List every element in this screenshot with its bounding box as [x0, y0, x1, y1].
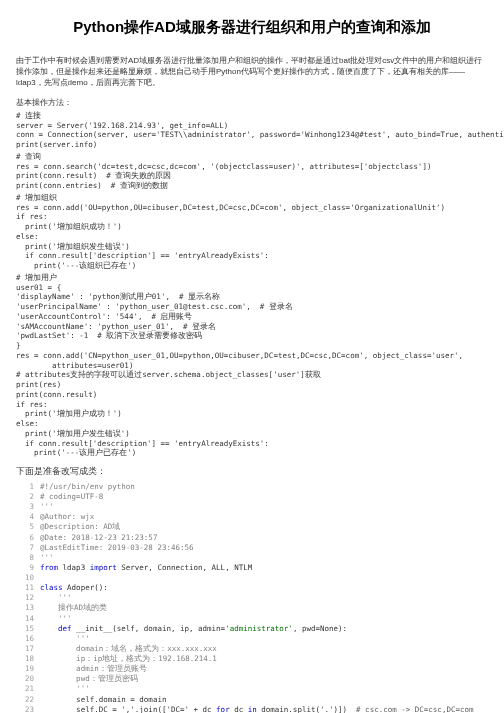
code-line: 6@Date: 2018-12-23 21:23:57: [16, 533, 488, 543]
code-line: 5@Description: AD域: [16, 522, 488, 532]
code-line: 13 操作AD域的类: [16, 603, 488, 613]
line-number: 16: [16, 634, 40, 644]
code-line: 2# coding=UTF-8: [16, 492, 488, 502]
line-number: 13: [16, 603, 40, 613]
line-number: 7: [16, 543, 40, 553]
line-number: 6: [16, 533, 40, 543]
code-line: 21 ''': [16, 684, 488, 694]
code-content: ''': [40, 614, 72, 624]
code-content: @Description: AD域: [40, 522, 120, 532]
code-line: 20 pwd：管理员密码: [16, 674, 488, 684]
code-content: #!/usr/bin/env python: [40, 482, 135, 492]
code-line: 12 ''': [16, 593, 488, 603]
code-line: 7@LastEditTime: 2019-03-28 23:46:56: [16, 543, 488, 553]
line-number: 4: [16, 512, 40, 522]
line-number: 12: [16, 593, 40, 603]
line-number: 20: [16, 674, 40, 684]
code-content: 操作AD域的类: [40, 603, 107, 613]
code-content: ''': [40, 593, 72, 603]
line-number: 3: [16, 502, 40, 512]
code-line: 17 domain：域名，格式为：xxx.xxx.xxx: [16, 644, 488, 654]
sub-heading: 下面是准备改写成类：: [16, 466, 488, 478]
code-content: @Author: wjx: [40, 512, 94, 522]
code-content: from ldap3 import Server, Connection, AL…: [40, 563, 252, 573]
code-content: @LastEditTime: 2019-03-28 23:46:56: [40, 543, 194, 553]
code-content: def __init__(self, domain, ip, admin='ad…: [40, 624, 347, 634]
code-content: @Date: 2018-12-23 21:23:57: [40, 533, 157, 543]
code-line: 1#!/usr/bin/env python: [16, 482, 488, 492]
code-line: 14 ''': [16, 614, 488, 624]
line-number: 11: [16, 583, 40, 593]
line-number: 14: [16, 614, 40, 624]
code-line: 15 def __init__(self, domain, ip, admin=…: [16, 624, 488, 634]
line-number: 9: [16, 563, 40, 573]
code-content: ip：ip地址，格式为：192.168.214.1: [40, 654, 217, 664]
line-number: 2: [16, 492, 40, 502]
query-block: # 查询 res = conn.search('dc=test,dc=csc,d…: [16, 152, 488, 191]
addorg-block: # 增加组织 res = conn.add('OU=python,OU=cibu…: [16, 193, 488, 271]
line-number: 22: [16, 695, 40, 705]
line-number: 10: [16, 573, 40, 583]
code-content: class Adoper():: [40, 583, 108, 593]
code-line: 23 self.DC = ','.join(['DC=' + dc for dc…: [16, 705, 488, 713]
connect-block: # 连接 server = Server('192.168.214.93', g…: [16, 111, 488, 150]
code-content: admin：管理员账号: [40, 664, 147, 674]
code-editor: 1#!/usr/bin/env python2# coding=UTF-83''…: [16, 482, 488, 713]
code-content: pwd：管理员密码: [40, 674, 138, 684]
code-content: ''': [40, 502, 54, 512]
code-line: 9from ldap3 import Server, Connection, A…: [16, 563, 488, 573]
code-content: # coding=UTF-8: [40, 492, 103, 502]
page-title: Python操作AD域服务器进行组织和用户的查询和添加: [16, 16, 488, 37]
code-line: 8''': [16, 553, 488, 563]
code-line: 18 ip：ip地址，格式为：192.168.214.1: [16, 654, 488, 664]
code-content: ''': [40, 553, 54, 563]
code-line: 16 ''': [16, 634, 488, 644]
basic-method-label: 基本操作方法：: [16, 97, 488, 108]
code-line: 10: [16, 573, 488, 583]
code-content: self.domain = domain: [40, 695, 166, 705]
line-number: 5: [16, 522, 40, 532]
code-line: 22 self.domain = domain: [16, 695, 488, 705]
intro-text: 由于工作中有时候会遇到需要对AD域服务器进行批量添加用户和组织的操作，平时都是通…: [16, 55, 488, 89]
code-line: 4@Author: wjx: [16, 512, 488, 522]
line-number: 21: [16, 684, 40, 694]
code-line: 19 admin：管理员账号: [16, 664, 488, 674]
line-number: 17: [16, 644, 40, 654]
line-number: 19: [16, 664, 40, 674]
code-content: self.DC = ','.join(['DC=' + dc for dc in…: [40, 705, 474, 713]
line-number: 23: [16, 705, 40, 713]
line-number: 8: [16, 553, 40, 563]
code-content: ''': [40, 684, 90, 694]
code-line: 11class Adoper():: [16, 583, 488, 593]
line-number: 18: [16, 654, 40, 664]
line-number: 15: [16, 624, 40, 634]
adduser-block: # 增加用户 user01 = { 'displayName' : 'pytho…: [16, 273, 488, 458]
line-number: 1: [16, 482, 40, 492]
code-content: ''': [40, 634, 90, 644]
code-line: 3''': [16, 502, 488, 512]
code-content: domain：域名，格式为：xxx.xxx.xxx: [40, 644, 217, 654]
